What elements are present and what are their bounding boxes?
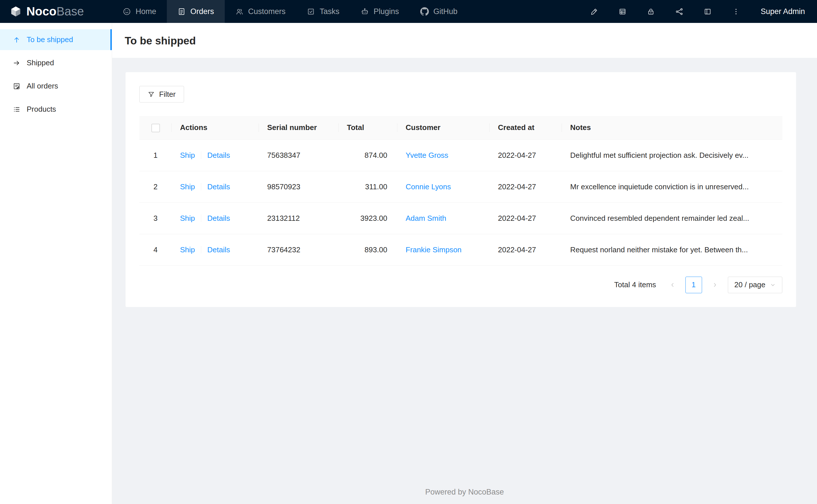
lock-icon[interactable]	[637, 0, 665, 23]
nav-item-home[interactable]: Home	[112, 0, 167, 23]
customer-cell: Yvette Gross	[397, 139, 490, 171]
column-created-at: Created at	[490, 116, 562, 139]
main-area: To be shipped Filter	[112, 23, 817, 504]
row-actions-cell: ShipDetails	[172, 202, 259, 234]
table-row: 3ShipDetails231321123923.00Adam Smith202…	[139, 202, 782, 234]
app-layout: To be shipped Shipped All orders	[0, 23, 817, 504]
table-row: 4ShipDetails73764232893.00Frankie Simpso…	[139, 234, 782, 265]
created-at-cell: 2022-04-27	[490, 202, 562, 234]
nav-item-orders[interactable]: Orders	[167, 0, 225, 23]
table-row: 1ShipDetails75638347874.00Yvette Gross20…	[139, 139, 782, 171]
column-notes: Notes	[562, 116, 782, 139]
chevron-down-icon	[770, 282, 776, 288]
select-all-header	[139, 116, 172, 139]
user-menu[interactable]: Super Admin	[750, 7, 817, 16]
collections-icon[interactable]	[608, 0, 637, 23]
nav-item-github[interactable]: GitHub	[410, 0, 468, 23]
sidebar-item-label: Products	[27, 105, 56, 114]
sidebar-item-to-be-shipped[interactable]: To be shipped	[0, 29, 112, 50]
layout-icon[interactable]	[694, 0, 722, 23]
form-icon	[13, 82, 21, 90]
select-all-checkbox[interactable]	[151, 124, 160, 132]
details-link[interactable]: Details	[207, 182, 230, 191]
ship-link[interactable]: Ship	[180, 182, 195, 191]
pagination-next-button[interactable]	[707, 277, 723, 293]
content: Filter Actions	[112, 58, 817, 307]
arrow-up-icon	[13, 36, 21, 44]
notes-cell: Convinced resembled dependent remainder …	[562, 202, 782, 234]
row-index: 3	[139, 202, 172, 234]
details-link[interactable]: Details	[207, 151, 230, 160]
sidebar-item-label: To be shipped	[27, 35, 73, 44]
nocobase-logo-icon	[10, 5, 22, 17]
column-customer: Customer	[397, 116, 490, 139]
pagination-total: Total 4 items	[614, 280, 656, 289]
serial-number-cell: 23132112	[259, 202, 339, 234]
customer-link[interactable]: Adam Smith	[406, 214, 446, 223]
filter-label: Filter	[159, 90, 176, 99]
row-index: 4	[139, 234, 172, 265]
serial-number-cell: 98570923	[259, 171, 339, 202]
main-nav: Home Orders Customers	[112, 0, 468, 23]
action-divider	[201, 214, 201, 222]
sidebar-item-all-orders[interactable]: All orders	[0, 76, 112, 97]
created-at-cell: 2022-04-27	[490, 139, 562, 171]
row-actions-cell: ShipDetails	[172, 171, 259, 202]
customer-link[interactable]: Yvette Gross	[406, 151, 448, 160]
ship-link[interactable]: Ship	[180, 214, 195, 223]
arrow-right-icon	[13, 59, 21, 67]
pagination-prev-button[interactable]	[664, 277, 681, 293]
details-link[interactable]: Details	[207, 245, 230, 254]
row-actions-cell: ShipDetails	[172, 139, 259, 171]
sidebar-item-shipped[interactable]: Shipped	[0, 52, 112, 73]
table-row: 2ShipDetails98570923311.00Connie Lyons20…	[139, 171, 782, 202]
logo-text: NocoBase	[26, 5, 84, 18]
orders-card: Filter Actions	[125, 72, 796, 307]
table-body: 1ShipDetails75638347874.00Yvette Gross20…	[139, 139, 782, 265]
page-header: To be shipped	[112, 23, 817, 58]
orders-icon	[177, 7, 186, 16]
sidebar-item-products[interactable]: Products	[0, 99, 112, 120]
customer-link[interactable]: Frankie Simpson	[406, 245, 461, 254]
serial-number-cell: 75638347	[259, 139, 339, 171]
page-title: To be shipped	[125, 35, 804, 47]
row-index: 1	[139, 139, 172, 171]
pagination-page-1[interactable]: 1	[686, 277, 702, 293]
serial-number-cell: 73764232	[259, 234, 339, 265]
details-link[interactable]: Details	[207, 214, 230, 223]
hierarchy-icon[interactable]	[665, 0, 694, 23]
nav-item-customers[interactable]: Customers	[225, 0, 297, 23]
filter-button[interactable]: Filter	[139, 86, 184, 103]
created-at-cell: 2022-04-27	[490, 171, 562, 202]
github-icon	[420, 7, 429, 16]
table-header-row: Actions Serial number Total Customer Cre…	[139, 116, 782, 139]
sidebar: To be shipped Shipped All orders	[0, 23, 112, 504]
page-size-select[interactable]: 20 / page	[728, 277, 782, 293]
customer-cell: Adam Smith	[397, 202, 490, 234]
nocobase-logo[interactable]: NocoBase	[0, 5, 112, 18]
top-header: NocoBase Home Orders	[0, 0, 817, 23]
customer-link[interactable]: Connie Lyons	[406, 182, 451, 191]
home-icon	[123, 7, 131, 16]
row-actions-cell: ShipDetails	[172, 234, 259, 265]
nav-label: Orders	[190, 7, 214, 16]
nav-label: Customers	[248, 7, 286, 16]
ship-link[interactable]: Ship	[180, 245, 195, 254]
nav-item-tasks[interactable]: Tasks	[296, 0, 350, 23]
nav-item-plugins[interactable]: Plugins	[350, 0, 410, 23]
pagination: Total 4 items 1 20 / page	[139, 277, 782, 293]
notes-cell: Delightful met sufficient projection ask…	[562, 139, 782, 171]
nav-label: GitHub	[433, 7, 457, 16]
highlighter-icon[interactable]	[580, 0, 608, 23]
ship-link[interactable]: Ship	[180, 151, 195, 160]
row-index: 2	[139, 171, 172, 202]
plugins-icon	[361, 7, 369, 16]
ellipsis-icon[interactable]	[722, 0, 750, 23]
total-cell: 3923.00	[339, 202, 397, 234]
header-right: Super Admin	[580, 0, 817, 23]
orders-table: Actions Serial number Total Customer Cre…	[139, 116, 782, 266]
nav-label: Home	[135, 7, 156, 16]
nav-label: Tasks	[320, 7, 339, 16]
sidebar-item-label: Shipped	[27, 58, 54, 67]
filter-icon	[148, 91, 155, 98]
